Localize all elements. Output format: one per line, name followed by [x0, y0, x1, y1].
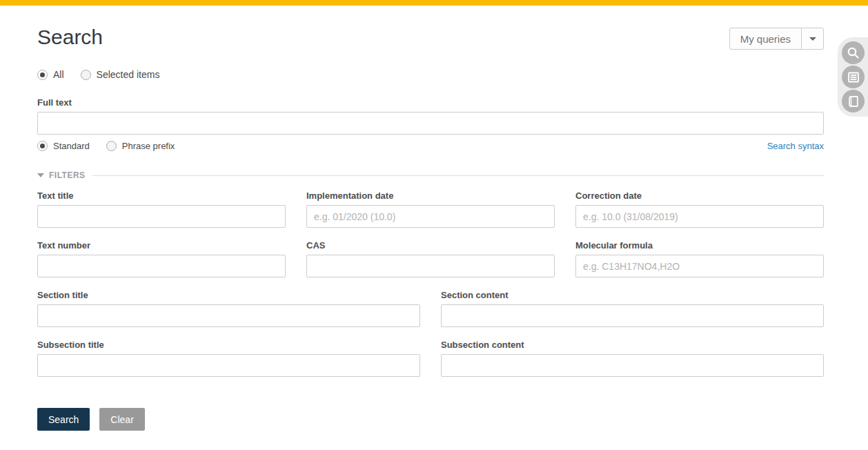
radio-button-icon[interactable] — [37, 70, 48, 80]
chevron-down-icon — [809, 37, 816, 41]
field-cas: CAS — [306, 240, 555, 277]
my-queries-dropdown-toggle[interactable] — [801, 28, 823, 49]
book-icon — [847, 95, 860, 108]
correction-date-input[interactable] — [575, 205, 824, 228]
subsection-content-label: Subsection content — [441, 340, 824, 350]
clear-button[interactable]: Clear — [99, 408, 144, 431]
field-text-number: Text number — [37, 240, 286, 277]
filters-divider — [92, 175, 824, 176]
cas-input[interactable] — [306, 255, 555, 277]
page-header: Search My queries — [37, 25, 824, 50]
filters-row-2: Text number CAS Molecular formula — [37, 240, 824, 277]
list-icon — [847, 71, 860, 84]
book-tool-button[interactable] — [842, 90, 865, 112]
field-subsection-title: Subsection title — [37, 340, 420, 377]
mode-radio-group: Standard Phrase prefix — [37, 141, 191, 151]
scope-radio-group: All Selected items — [37, 69, 824, 80]
correction-date-label: Correction date — [575, 190, 824, 201]
text-number-label: Text number — [37, 240, 286, 251]
accent-topbar — [0, 0, 868, 6]
field-subsection-content: Subsection content — [441, 340, 824, 377]
full-text-mode-row: Standard Phrase prefix Search syntax — [37, 141, 824, 151]
implementation-date-input[interactable] — [306, 205, 555, 228]
floating-side-toolbar — [838, 37, 868, 117]
search-icon — [847, 46, 860, 59]
filters-collapse-header[interactable]: FILTERS — [37, 170, 824, 180]
subsection-title-label: Subsection title — [37, 340, 420, 350]
cas-label: CAS — [306, 240, 555, 251]
field-implementation-date: Implementation date — [306, 190, 555, 228]
filters-title: FILTERS — [49, 170, 86, 180]
mode-radio-standard[interactable]: Standard — [37, 141, 90, 151]
scope-radio-all-label: All — [53, 69, 64, 80]
form-actions: Search Clear — [37, 408, 824, 431]
full-text-label: Full text — [37, 97, 824, 108]
my-queries-button[interactable]: My queries — [730, 28, 801, 49]
radio-button-icon[interactable] — [106, 141, 117, 151]
triangle-down-icon — [37, 173, 44, 177]
filters-row-1: Text title Implementation date Correctio… — [37, 190, 824, 228]
search-tool-button[interactable] — [842, 41, 865, 64]
scope-radio-all[interactable]: All — [37, 69, 64, 80]
field-text-title: Text title — [37, 190, 286, 228]
subsection-title-input[interactable] — [37, 354, 420, 377]
filters-row-4: Subsection title Subsection content — [37, 340, 824, 377]
mode-radio-standard-label: Standard — [53, 141, 90, 151]
radio-button-icon[interactable] — [37, 141, 48, 151]
molecular-formula-input[interactable] — [575, 255, 824, 277]
mode-radio-phrase-prefix-label: Phrase prefix — [122, 141, 175, 151]
search-button[interactable]: Search — [37, 408, 90, 431]
field-section-content: Section content — [441, 290, 824, 327]
my-queries-split-button: My queries — [729, 28, 824, 50]
section-title-input[interactable] — [37, 304, 420, 327]
radio-button-icon[interactable] — [81, 70, 91, 80]
section-content-input[interactable] — [441, 304, 824, 327]
section-title-label: Section title — [37, 290, 420, 300]
subsection-content-input[interactable] — [441, 354, 824, 377]
molecular-formula-label: Molecular formula — [575, 240, 824, 251]
filters-row-3: Section title Section content — [37, 290, 824, 327]
list-tool-button[interactable] — [842, 66, 865, 88]
full-text-input[interactable] — [37, 112, 824, 135]
implementation-date-label: Implementation date — [306, 190, 555, 201]
page-title: Search — [37, 25, 103, 50]
text-title-input[interactable] — [37, 205, 286, 228]
scope-radio-selected-items-label: Selected items — [97, 69, 160, 80]
search-page: Search My queries All Selected items Ful… — [37, 25, 824, 431]
scope-radio-selected-items[interactable]: Selected items — [81, 69, 160, 80]
search-syntax-link[interactable]: Search syntax — [767, 141, 824, 151]
field-correction-date: Correction date — [575, 190, 824, 228]
text-title-label: Text title — [37, 190, 286, 201]
field-section-title: Section title — [37, 290, 420, 327]
text-number-input[interactable] — [37, 255, 286, 277]
mode-radio-phrase-prefix[interactable]: Phrase prefix — [106, 141, 175, 151]
field-molecular-formula: Molecular formula — [575, 240, 824, 277]
section-content-label: Section content — [441, 290, 824, 300]
